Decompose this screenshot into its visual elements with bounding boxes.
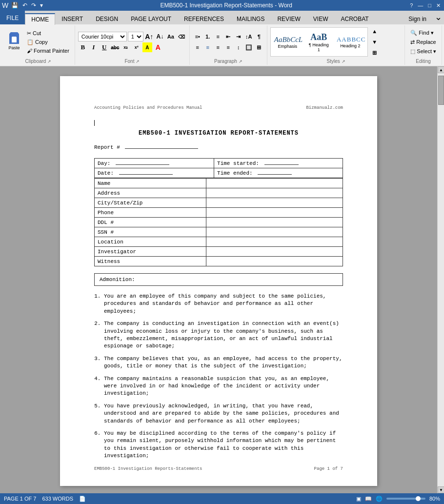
scroll-down-btn[interactable]: ▼ [438, 486, 444, 493]
numbering-btn[interactable]: 1. [203, 32, 213, 41]
cut-button[interactable]: ✂ Cut [24, 29, 72, 38]
scrollbar-thumb[interactable] [438, 76, 444, 105]
font-name-select[interactable]: Courier 10cpi [78, 32, 127, 41]
decrease-indent-btn[interactable]: ⇤ [223, 32, 233, 41]
list-item: You have previously acknowledged, in wri… [104, 403, 343, 425]
scroll-area[interactable]: Accounting Policies and Procedures Manua… [0, 66, 437, 493]
header-right: Bizmanualz.com [306, 105, 343, 110]
investigator-label: Investigator [95, 247, 206, 257]
find-button[interactable]: 🔍 Find ▾ [408, 29, 439, 37]
tab-acrobat[interactable]: ACROBAT [334, 13, 375, 24]
editing-group: 🔍 Find ▾ ⇄ Replace ⬚ Select ▾ Editing [405, 25, 442, 65]
align-center-btn[interactable]: ≡ [203, 42, 213, 52]
tab-design[interactable]: DESIGN [89, 13, 124, 24]
redo-qat-btn[interactable]: ↷ [30, 2, 37, 9]
shading-btn[interactable]: 🔲 [244, 42, 254, 52]
day-line [116, 164, 169, 165]
ddl-label: DDL # [95, 218, 206, 227]
italic-button[interactable]: I [89, 42, 99, 52]
tab-file[interactable]: FILE [0, 11, 25, 24]
style-heading2[interactable]: AABBCC Heading 2 [334, 34, 366, 50]
help-btn[interactable]: ? [408, 2, 414, 9]
day-label: Day: [98, 161, 110, 166]
undo-qat-btn[interactable]: ↶ [21, 2, 28, 9]
list-item: The company believes that you, as an emp… [104, 355, 343, 370]
customize-qat-btn[interactable]: ▾ [39, 2, 44, 9]
tab-view[interactable]: VIEW [307, 13, 335, 24]
table-row: DDL # [95, 218, 343, 227]
replace-button[interactable]: ⇄ Replace [408, 38, 439, 46]
styles-more-btn[interactable]: ⊞ [370, 48, 380, 58]
table-row: Phone [95, 208, 343, 218]
footer-right: Page 1 of 7 [314, 466, 343, 471]
signin-link[interactable]: Sign in [402, 13, 433, 24]
font-size-select[interactable]: 10 [128, 32, 143, 41]
tab-references[interactable]: REFERENCES [178, 13, 230, 24]
bullets-btn[interactable]: ≡• [193, 32, 202, 41]
strikethrough-button[interactable]: abc [110, 42, 120, 52]
date-line [119, 174, 173, 175]
app-icon: W [2, 1, 8, 9]
document-page[interactable]: Accounting Policies and Procedures Manua… [60, 76, 377, 486]
close-btn[interactable]: ✕ [435, 2, 442, 9]
superscript-button[interactable]: x² [132, 42, 141, 52]
decrease-font-btn[interactable]: A↓ [155, 32, 165, 41]
copy-button[interactable]: 📋 Copy [24, 38, 72, 46]
minimize-btn[interactable]: — [416, 2, 424, 9]
sort-btn[interactable]: ↕A [244, 32, 254, 41]
view-normal-btn[interactable]: ▣ [356, 496, 361, 502]
font-group: Courier 10cpi 10 A↑ A↓ Aa ⌫ B I U [75, 25, 190, 65]
subscript-button[interactable]: x₂ [121, 42, 131, 52]
date-row: Date: Time ended: [95, 168, 343, 178]
save-qat-btn[interactable]: 💾 [10, 2, 20, 9]
admonition-label: Admonition: [100, 277, 135, 282]
tab-review[interactable]: REVIEW [271, 13, 306, 24]
font-color-btn[interactable]: A [153, 42, 163, 52]
clear-format-btn[interactable]: ⌫ [177, 32, 186, 41]
borders-btn[interactable]: ⊞ [254, 42, 264, 52]
line-spacing-btn[interactable]: ↕ [234, 42, 243, 52]
text-highlight-btn[interactable]: A [142, 42, 152, 52]
tab-page-layout[interactable]: PAGE LAYOUT [124, 13, 178, 24]
change-case-btn[interactable]: Aa [166, 32, 176, 41]
ribbon-expand-btn[interactable]: ⌄ [433, 10, 444, 24]
tab-insert[interactable]: INSERT [55, 13, 89, 24]
ddl-value [206, 218, 343, 227]
show-formatting-btn[interactable]: ¶ [254, 32, 264, 41]
text-cursor [94, 120, 95, 126]
multilevel-btn[interactable]: ≡ [213, 32, 223, 41]
bold-button[interactable]: B [78, 42, 88, 52]
align-right-btn[interactable]: ≡ [213, 42, 223, 52]
select-button[interactable]: ⬚ Select ▾ [408, 47, 439, 56]
scrollbar-track[interactable] [438, 73, 444, 486]
page-header: Accounting Policies and Procedures Manua… [94, 105, 343, 110]
witness-label: Witness [95, 257, 206, 266]
paste-button[interactable]: Paste [5, 29, 23, 55]
tab-home[interactable]: HOME [25, 13, 55, 25]
window-title: EMB500-1 Investigation Report-Statements… [160, 2, 292, 9]
zoom-slider[interactable] [386, 498, 425, 500]
underline-button[interactable]: U [100, 42, 109, 52]
increase-indent-btn[interactable]: ⇥ [234, 32, 243, 41]
vertical-scrollbar[interactable]: ▲ ▼ [437, 66, 444, 493]
styles-group: AaBbCcL Emphasis AaB ¶ Heading 1 AABBCC … [267, 25, 405, 65]
justify-btn[interactable]: ≡ [223, 42, 233, 52]
tab-mailings[interactable]: MAILINGS [230, 13, 271, 24]
styles-scroll-down-btn[interactable]: ▼ [370, 37, 380, 47]
format-painter-button[interactable]: 🖌 Format Painter [24, 47, 72, 55]
align-left-btn[interactable]: ≡ [193, 42, 202, 52]
list-item: You may be disciplined according to the … [104, 430, 343, 460]
clipboard-small-btns: ✂ Cut 📋 Copy 🖌 Format Painter [24, 29, 72, 55]
increase-font-btn[interactable]: A↑ [144, 32, 154, 41]
scroll-up-btn[interactable]: ▲ [438, 66, 444, 73]
style-heading1[interactable]: AaB ¶ Heading 1 [305, 31, 332, 54]
maximize-btn[interactable]: □ [426, 2, 433, 9]
view-web-btn[interactable]: 🌐 [376, 496, 383, 502]
layout-icon[interactable]: 📄 [79, 496, 86, 502]
style-emphasis[interactable]: AaBbCcL Emphasis [272, 34, 303, 50]
report-num-line [125, 148, 198, 149]
footer-left: EMB500-1 Investigation Reports-Statement… [94, 466, 202, 471]
styles-scroll-up-btn[interactable]: ▲ [370, 26, 380, 36]
table-row: SSN # [95, 227, 343, 237]
view-reading-btn[interactable]: 📖 [365, 496, 372, 502]
